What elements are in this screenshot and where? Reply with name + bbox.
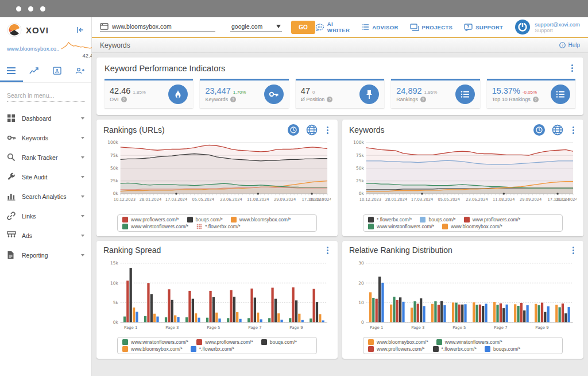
legend-item[interactable]: bouqs.com/* xyxy=(187,217,223,222)
svg-text:Page 5: Page 5 xyxy=(207,325,220,329)
window-control-dot[interactable] xyxy=(28,6,33,11)
nav-item-support[interactable]: ? SUPPORT xyxy=(464,24,503,31)
sidebar-item-reporting[interactable]: Reporting xyxy=(0,245,91,265)
chevron-down-icon xyxy=(81,137,84,139)
kpi-card-position: 470 Ø Position? xyxy=(296,79,384,108)
sidebar-item-links[interactable]: Links xyxy=(0,206,91,226)
sidebar-item-rank-tracker[interactable]: Rank Tracker xyxy=(0,148,91,167)
search-engine-select[interactable]: google.com xyxy=(230,23,282,32)
svg-text:10k: 10k xyxy=(110,280,118,285)
legend-label: *.flowerbx.com/* xyxy=(205,224,240,229)
legend-item[interactable]: bouqs.com/* xyxy=(485,346,520,352)
svg-text:23.06.2024: 23.06.2024 xyxy=(466,197,488,202)
advisor-list-icon xyxy=(361,24,369,30)
legend-item[interactable]: *.flowerbx.com/* xyxy=(196,224,240,229)
window-control-dot[interactable] xyxy=(40,6,45,11)
history-clock-icon[interactable] xyxy=(288,124,299,136)
kebab-menu-icon[interactable] xyxy=(570,245,577,255)
account-menu[interactable]: support@xovi.com Support xyxy=(514,19,580,35)
kpi-panel-title: Keyword Performance Indicators xyxy=(105,64,225,73)
go-button[interactable]: GO xyxy=(291,21,315,34)
globe-icon[interactable] xyxy=(552,124,563,136)
tab-contact-card[interactable] xyxy=(46,62,69,82)
collapse-sidebar-icon[interactable] xyxy=(76,26,84,33)
tab-analytics[interactable] xyxy=(23,62,46,82)
menu-search-input[interactable] xyxy=(7,90,85,102)
sidebar-item-site-audit[interactable]: Site Audit xyxy=(0,167,91,187)
info-icon[interactable]: ? xyxy=(327,97,332,102)
legend-item[interactable]: www.proflowers.com/* xyxy=(464,217,521,222)
avatar xyxy=(514,19,531,35)
legend-swatch xyxy=(122,339,128,345)
reporting-doc-icon xyxy=(7,251,16,260)
window-titlebar xyxy=(0,0,588,17)
chevron-down-icon xyxy=(81,156,84,159)
legend-item[interactable]: www.proflowers.com/* xyxy=(368,346,425,352)
nav-item-projects[interactable]: PROJECTS xyxy=(410,24,453,31)
chevron-down-icon xyxy=(81,195,84,198)
svg-text:0k: 0k xyxy=(359,191,365,196)
sidebar-item-ads[interactable]: Ads xyxy=(0,226,91,245)
legend-item[interactable]: www.proflowers.com/* xyxy=(122,217,179,222)
links-chain-icon xyxy=(7,212,16,221)
legend-swatch xyxy=(368,224,374,229)
sidebar-tabs xyxy=(0,62,91,83)
legend-label: www.winstonflowers.com/* xyxy=(131,224,188,229)
window-control-dot[interactable] xyxy=(16,6,21,11)
info-icon[interactable]: ? xyxy=(121,97,127,102)
svg-text:0k: 0k xyxy=(113,191,119,196)
kpi-value: 42.46 xyxy=(110,86,130,95)
domain-search-input[interactable] xyxy=(112,23,215,30)
info-icon[interactable]: ? xyxy=(230,97,236,102)
legend-item[interactable]: bouqs.com/* xyxy=(420,217,455,222)
rankings-urls-chart: 0k25k50k75k100k10.12.202328.01.202417.03… xyxy=(103,137,331,213)
sidebar-item-keywords[interactable]: Keywords xyxy=(0,128,91,148)
tab-menu[interactable] xyxy=(0,62,23,82)
svg-text:0k: 0k xyxy=(113,320,119,325)
projects-icon xyxy=(410,24,419,31)
history-clock-icon[interactable] xyxy=(533,124,545,136)
legend-item[interactable]: www.proflowers.com/* xyxy=(196,339,253,345)
kebab-menu-icon[interactable] xyxy=(569,63,575,73)
legend-item[interactable]: www.winstonflowers.com/* xyxy=(122,224,188,229)
legend-item[interactable]: www.bloomsybox.com/* xyxy=(122,346,183,352)
legend-swatch xyxy=(231,217,237,222)
sidebar-menu: Dashboard Keywords Rank Tracker Site Aud… xyxy=(0,109,91,265)
legend-swatch xyxy=(196,224,202,229)
legend-item[interactable]: www.bloomsybox.com/* xyxy=(231,217,291,222)
chart-title: Keywords xyxy=(349,125,384,135)
support-chat-icon: ? xyxy=(464,24,473,31)
legend-swatch xyxy=(420,217,425,222)
kpi-value: 15.37% xyxy=(492,86,520,95)
help-link[interactable]: ? Help xyxy=(559,42,580,48)
legend-item[interactable]: www.bloomsybox.com/* xyxy=(442,224,502,229)
chart-title: Rankings (URLs) xyxy=(103,125,165,135)
select-arrow-icon xyxy=(276,25,281,28)
project-domain-link[interactable]: www.bloomsybox.co.. xyxy=(7,45,59,52)
kpi-panel: Keyword Performance Indicators 42.461.85… xyxy=(96,57,583,115)
xovi-logo-icon xyxy=(7,22,22,37)
kebab-menu-icon[interactable] xyxy=(570,125,577,135)
legend-item[interactable]: *.flowerbx.com/* xyxy=(191,346,234,352)
legend-item[interactable]: www.bloomsybox.com/* xyxy=(368,339,428,345)
legend-item[interactable]: bouqs.com/* xyxy=(261,339,297,345)
globe-icon[interactable] xyxy=(306,124,318,136)
legend-item[interactable]: www.winstonflowers.com/* xyxy=(436,339,502,345)
chart-title: Ranking Spread xyxy=(103,245,161,255)
legend-item[interactable]: *.flowerbx.com/* xyxy=(368,217,412,222)
sidebar-item-search-analytics[interactable]: Search Analytics xyxy=(0,187,91,206)
sidebar-item-dashboard[interactable]: Dashboard xyxy=(0,109,91,128)
legend-item[interactable]: www.winstonflowers.com/* xyxy=(122,339,188,345)
info-icon[interactable]: ? xyxy=(420,97,426,102)
legend-label: www.winstonflowers.com/* xyxy=(131,339,188,345)
info-icon[interactable]: ? xyxy=(533,97,539,102)
legend-item[interactable]: *.flowerbx.com/* xyxy=(433,346,477,352)
tab-users[interactable] xyxy=(68,62,91,82)
legend-item[interactable]: www.winstonflowers.com/* xyxy=(368,224,434,229)
legend-label: bouqs.com/* xyxy=(196,217,223,222)
nav-item-advisor[interactable]: ADVISOR xyxy=(361,24,398,30)
svg-text:?: ? xyxy=(562,43,563,48)
kebab-menu-icon[interactable] xyxy=(324,245,331,255)
nav-item-ai-writer[interactable]: AI WRITER xyxy=(315,21,350,33)
kebab-menu-icon[interactable] xyxy=(324,125,331,135)
